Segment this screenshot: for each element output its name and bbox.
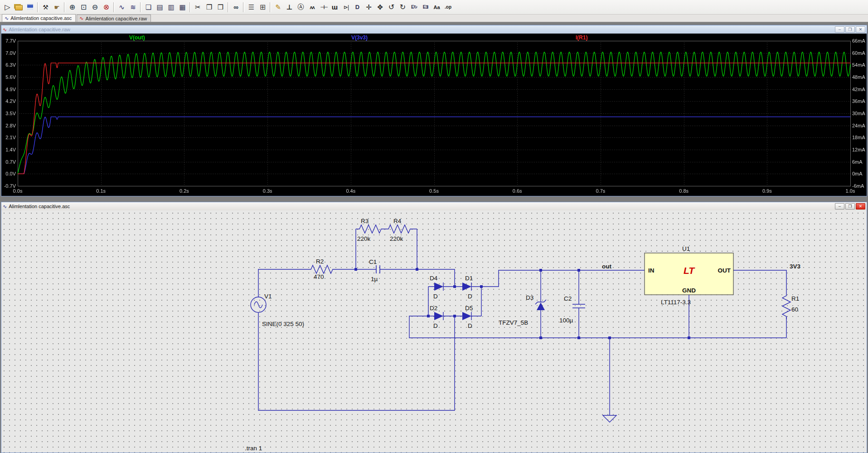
open-icon[interactable]	[13, 2, 24, 13]
component-name[interactable]: R3	[361, 218, 369, 224]
paste-icon[interactable]	[215, 2, 226, 13]
component-value[interactable]: D	[433, 322, 438, 329]
minimize-button[interactable]	[835, 203, 844, 209]
spice-directive-text[interactable]: .tran 1	[245, 445, 262, 452]
arrange-icons-icon[interactable]	[177, 2, 188, 13]
drag-icon[interactable]	[374, 2, 386, 13]
component-value[interactable]: 60	[791, 306, 798, 313]
zoom-extents-icon[interactable]	[101, 2, 112, 13]
print-icon[interactable]	[246, 2, 257, 13]
zoom-out-icon[interactable]	[89, 2, 101, 13]
zoom-rect-icon[interactable]	[78, 2, 89, 13]
component-r4[interactable]: R4 220k	[385, 218, 417, 242]
schematic-canvas[interactable]: V1 SINE(0 325 50) R2 470 R3 220k	[1, 210, 867, 453]
component-value[interactable]: 220k	[390, 235, 403, 242]
close-button[interactable]	[856, 203, 865, 209]
text-icon[interactable]	[431, 2, 442, 13]
copy-icon[interactable]	[204, 2, 215, 13]
trace-label-v3v3[interactable]: V(3v3)	[351, 34, 368, 41]
component-name[interactable]: D1	[465, 275, 473, 282]
schematic-titlebar[interactable]: ∿ Alimlentation capacitive.asc	[1, 202, 867, 210]
restore-button[interactable]	[845, 26, 855, 33]
tab-schematic-label: Alimlentation capacitive.asc	[10, 15, 72, 21]
component-name[interactable]: D3	[526, 294, 533, 301]
component-name[interactable]: R1	[791, 295, 799, 302]
save-icon[interactable]	[24, 2, 36, 13]
component-name[interactable]: U1	[682, 245, 690, 252]
component-d1[interactable]: D1 D	[455, 275, 481, 300]
rotate-icon[interactable]	[408, 2, 420, 13]
component-d5[interactable]: D5 D	[455, 305, 481, 329]
component-d3[interactable]: D3 TFZV7_5B	[499, 294, 546, 326]
tab-waveform[interactable]: ∿ Alimlentation capacitive.raw	[77, 15, 151, 22]
component-value[interactable]: 470	[314, 273, 324, 280]
undo-icon[interactable]	[386, 2, 397, 13]
zoom-in-icon[interactable]	[67, 2, 78, 13]
component-name[interactable]: V1	[264, 293, 272, 300]
waveform-canvas[interactable]	[1, 34, 867, 196]
fft-icon[interactable]	[127, 2, 139, 13]
close-button[interactable]	[856, 26, 865, 33]
move-icon[interactable]	[363, 2, 374, 13]
redo-icon[interactable]	[397, 2, 408, 13]
restore-button[interactable]	[845, 203, 855, 209]
schematic-client[interactable]: V1 SINE(0 325 50) R2 470 R3 220k	[1, 210, 867, 453]
capacitor-icon[interactable]	[318, 2, 329, 13]
component-name[interactable]: D5	[465, 305, 473, 312]
component-name[interactable]: D2	[430, 305, 437, 312]
autorange-icon[interactable]	[116, 2, 127, 13]
component-value[interactable]: SINE(0 325 50)	[262, 321, 304, 327]
component-name[interactable]: R2	[316, 258, 324, 265]
component-name[interactable]: D4	[430, 275, 438, 282]
component-name[interactable]: C2	[564, 295, 572, 302]
wire-icon[interactable]	[272, 2, 284, 13]
component-value[interactable]: 1µ	[371, 276, 378, 283]
print-preview-icon[interactable]	[257, 2, 268, 13]
schematic-window-controls	[834, 203, 865, 209]
component-r2[interactable]: R2 470	[307, 258, 336, 280]
tile-vertical-icon[interactable]	[165, 2, 177, 13]
find-icon[interactable]	[230, 2, 242, 13]
component-value[interactable]: 100µ	[559, 317, 573, 324]
component-value[interactable]: D	[468, 322, 472, 329]
control-panel-icon[interactable]	[40, 2, 51, 13]
minimize-button[interactable]	[835, 26, 844, 33]
resistor-icon[interactable]	[306, 2, 318, 13]
ground-icon[interactable]	[284, 2, 295, 13]
plot-area[interactable]: V(out) V(3v3) I(R1)	[1, 34, 867, 196]
component-icon[interactable]	[352, 2, 363, 13]
net-label-3v3[interactable]: 3V3	[790, 263, 801, 270]
label-icon[interactable]	[295, 2, 306, 13]
inductor-icon[interactable]	[329, 2, 340, 13]
run-icon[interactable]	[2, 2, 13, 13]
tab-bar: ∿ Alimlentation capacitive.asc ∿ Alimlen…	[0, 15, 868, 22]
spice-directive-icon[interactable]	[442, 2, 454, 13]
tab-schematic[interactable]: ∿ Alimlentation capacitive.asc	[2, 14, 76, 22]
ground-symbol[interactable]	[603, 415, 616, 422]
component-value[interactable]: TFZV7_5B	[499, 319, 528, 326]
component-r3[interactable]: R3 220k	[356, 218, 385, 242]
component-c2[interactable]: C2 100µ	[559, 295, 585, 324]
component-value[interactable]: LT1117-3.3	[661, 299, 691, 306]
schematic-window: ∿ Alimlentation capacitive.asc	[1, 202, 867, 453]
component-d2[interactable]: D2 D	[428, 305, 455, 329]
component-r1[interactable]: R1 60	[782, 293, 799, 319]
component-v1[interactable]: V1 SINE(0 325 50)	[251, 293, 304, 327]
mirror-icon[interactable]	[420, 2, 431, 13]
cascade-icon[interactable]	[143, 2, 154, 13]
waveform-titlebar[interactable]: ∿ Alimlentation capacitive.raw	[1, 25, 867, 34]
component-name[interactable]: C1	[369, 258, 377, 265]
diode-icon[interactable]	[340, 2, 352, 13]
trace-label-vout[interactable]: V(out)	[129, 34, 145, 41]
component-name[interactable]: R4	[393, 218, 402, 224]
component-value[interactable]: 220k	[357, 235, 371, 242]
component-value[interactable]: D	[433, 293, 438, 300]
net-label-out[interactable]: out	[602, 263, 611, 270]
component-c1[interactable]: C1 1µ	[369, 258, 380, 283]
component-d4[interactable]: D4 D	[428, 275, 455, 300]
component-value[interactable]: D	[468, 293, 472, 300]
cut-icon[interactable]	[192, 2, 204, 13]
tile-horizontal-icon[interactable]	[154, 2, 165, 13]
pan-icon[interactable]	[51, 2, 63, 13]
trace-label-ir1[interactable]: I(R1)	[576, 34, 588, 41]
